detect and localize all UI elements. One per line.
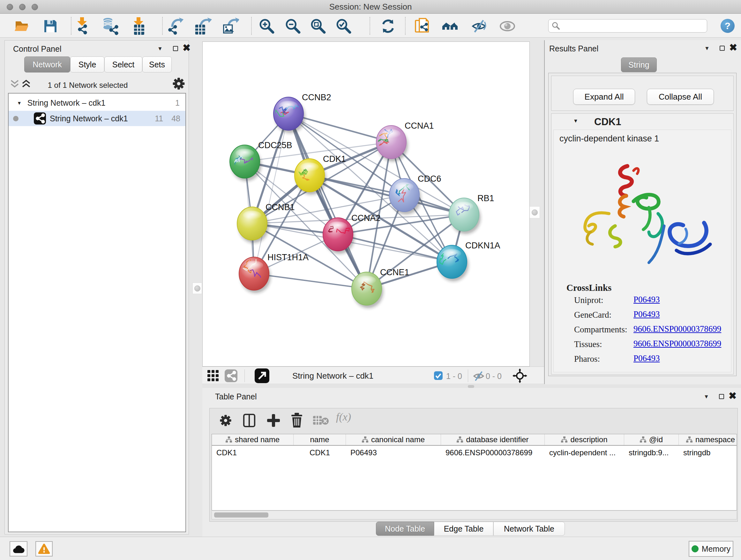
network-node-ccna1[interactable]: [376, 125, 408, 162]
zoom-traffic-light[interactable]: [31, 4, 38, 10]
network-node-ccne1[interactable]: [352, 272, 383, 308]
import-network-database-button[interactable]: [101, 17, 119, 35]
network-node-cdkn1a[interactable]: [437, 245, 468, 281]
network-edge[interactable]: [288, 114, 367, 289]
column-header-database-identifier[interactable]: database identifier: [441, 434, 545, 445]
results-panel-close-button[interactable]: ✖: [729, 44, 737, 51]
zoom-selected-button[interactable]: [335, 17, 353, 35]
control-panel-menu-arrow-icon[interactable]: ▼: [157, 46, 163, 52]
delete-table-button[interactable]: [313, 415, 330, 426]
control-panel-close-button[interactable]: ✖: [183, 44, 191, 51]
network-node-rb1[interactable]: [449, 198, 481, 234]
table-row[interactable]: CDK1CDK1P064939606.ENSP00000378699cyclin…: [212, 446, 737, 459]
zoom-out-button[interactable]: [284, 17, 302, 35]
table-panel-menu-arrow-icon[interactable]: ▼: [704, 394, 709, 400]
scrollbar-thumb[interactable]: [214, 512, 268, 517]
help-button[interactable]: ?: [721, 19, 735, 33]
search-input[interactable]: [560, 21, 697, 30]
cloud-status-button[interactable]: [10, 541, 27, 557]
table-panel-float-button[interactable]: [719, 394, 724, 399]
network-edge[interactable]: [254, 114, 288, 273]
table-cell[interactable]: stringdb: [679, 446, 741, 459]
expand-all-button[interactable]: Expand All: [573, 89, 635, 105]
zoom-fit-button[interactable]: [309, 17, 327, 35]
table-horizontal-scrollbar[interactable]: [212, 511, 737, 519]
hide-selected-button[interactable]: [470, 17, 488, 35]
column-header--id[interactable]: @id: [624, 434, 679, 445]
table-cell[interactable]: CDK1: [293, 446, 346, 459]
birds-eye-view-button[interactable]: [513, 368, 527, 383]
column-header-canonical-name[interactable]: canonical name: [346, 434, 441, 445]
tab-sets[interactable]: Sets: [142, 57, 172, 72]
table-header-row[interactable]: shared namenamecanonical namedatabase id…: [212, 434, 737, 446]
network-node-cdc25b[interactable]: [230, 145, 261, 181]
crosslink-uniprot-link[interactable]: P06493: [633, 295, 660, 305]
network-overview-button[interactable]: [225, 369, 238, 382]
delete-column-button[interactable]: [290, 413, 304, 428]
refresh-view-button[interactable]: [379, 17, 397, 35]
column-header-shared-name[interactable]: shared name: [212, 434, 293, 445]
tab-style[interactable]: Style: [70, 57, 105, 72]
collection-expand-arrow-icon[interactable]: ▼: [17, 100, 22, 106]
protein-expand-arrow-icon[interactable]: ▼: [573, 118, 578, 124]
network-collection-row[interactable]: ▼ String Network – cdk1 1: [9, 96, 185, 110]
table-cell[interactable]: P06493: [346, 446, 441, 459]
protein-structure-image[interactable]: [557, 150, 729, 277]
table-cell[interactable]: cyclin-dependent ...: [545, 446, 624, 459]
export-image-button[interactable]: [221, 17, 239, 35]
right-splitter-handle[interactable]: [529, 206, 540, 219]
tab-network-table[interactable]: Network Table: [493, 522, 565, 536]
table-cell[interactable]: stringdb:9...: [624, 446, 679, 459]
crosslink-tissues-link[interactable]: 9606.ENSP00000378699: [633, 339, 721, 349]
horizontal-splitter-handle[interactable]: [468, 385, 474, 388]
import-network-file-button[interactable]: [73, 17, 91, 35]
table-panel-close-button[interactable]: ✖: [729, 392, 737, 399]
show-all-button[interactable]: [498, 17, 516, 35]
add-column-button[interactable]: [266, 414, 280, 428]
network-row-selected[interactable]: String Network – cdk1 11 48: [9, 111, 185, 126]
results-panel-menu-arrow-icon[interactable]: ▼: [704, 45, 710, 52]
tab-select[interactable]: Select: [105, 57, 142, 72]
warnings-button[interactable]: [36, 541, 53, 557]
table-cell[interactable]: CDK1: [212, 446, 293, 459]
selected-nodes-checkbox-icon[interactable]: [434, 371, 443, 380]
network-edge[interactable]: [254, 273, 367, 289]
column-header-description[interactable]: description: [545, 434, 624, 445]
zoom-in-button[interactable]: [258, 17, 276, 35]
tab-string[interactable]: String: [621, 57, 657, 72]
memory-button[interactable]: Memory: [689, 541, 733, 557]
table-cell[interactable]: 9606.ENSP00000378699: [441, 446, 545, 459]
tab-node-table[interactable]: Node Table: [376, 522, 434, 536]
show-columns-button[interactable]: [243, 414, 256, 428]
crosslink-compartments-link[interactable]: 9606.ENSP00000378699: [633, 324, 721, 334]
crosslink-genecard-link[interactable]: P06493: [633, 309, 660, 319]
results-panel-float-button[interactable]: [720, 46, 725, 51]
left-splitter-handle[interactable]: [192, 283, 202, 294]
grid-view-button[interactable]: [207, 370, 219, 381]
open-session-button[interactable]: [13, 17, 30, 35]
crosslink-pharos-link[interactable]: P06493: [633, 354, 660, 363]
search-field[interactable]: [548, 19, 707, 33]
network-canvas[interactable]: CCNB2CCNA1CDC25BCDK1CDC6RB1CCNB1CCNA2CDK…: [202, 42, 530, 367]
clone-network-button[interactable]: [414, 17, 431, 35]
minimize-traffic-light[interactable]: [19, 4, 25, 10]
detach-view-button[interactable]: [255, 368, 269, 383]
export-table-button[interactable]: [194, 17, 212, 35]
network-node-cdk1[interactable]: [294, 159, 326, 195]
first-neighbors-button[interactable]: [442, 17, 460, 35]
import-table-file-button[interactable]: [130, 17, 148, 35]
function-builder-button[interactable]: f(x): [336, 411, 351, 423]
export-network-button[interactable]: [167, 17, 185, 35]
network-node-hist1h1a[interactable]: [239, 257, 271, 293]
control-panel-float-button[interactable]: [173, 46, 178, 51]
column-header-namespace[interactable]: namespace: [679, 434, 741, 445]
collapse-all-button[interactable]: Collapse All: [647, 89, 714, 105]
close-traffic-light[interactable]: [7, 4, 13, 10]
network-options-gear-icon[interactable]: [172, 77, 185, 90]
network-node-ccnb2[interactable]: [272, 97, 305, 133]
table-options-gear-icon[interactable]: [219, 414, 232, 427]
column-header-name[interactable]: name: [293, 434, 346, 445]
save-session-button[interactable]: [42, 17, 59, 35]
tab-network[interactable]: Network: [24, 57, 70, 72]
tab-edge-table[interactable]: Edge Table: [434, 522, 493, 536]
